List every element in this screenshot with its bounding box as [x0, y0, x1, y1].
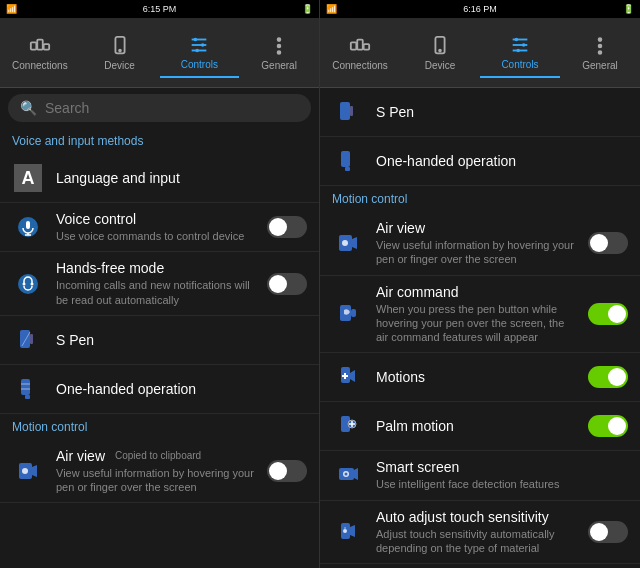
one-handed-item-left[interactable]: One-handed operation: [0, 365, 319, 414]
palm-motion-item[interactable]: Palm motion: [320, 402, 640, 451]
svg-rect-0: [31, 42, 36, 49]
svg-point-42: [599, 51, 602, 54]
one-handed-text-left: One-handed operation: [56, 381, 307, 397]
right-time: 6:16 PM: [463, 4, 497, 14]
palm-motion-title: Palm motion: [376, 418, 576, 434]
palm-motion-text: Palm motion: [376, 418, 576, 434]
svg-rect-21: [20, 330, 30, 348]
nav-controls-label-right: Controls: [501, 59, 538, 70]
air-view-icon-right: [332, 227, 364, 259]
motions-toggle[interactable]: [588, 366, 628, 388]
s-pen-item-left[interactable]: S Pen: [0, 316, 319, 365]
hands-free-subtitle: Incoming calls and new notifications wil…: [56, 278, 255, 307]
s-pen-item-right[interactable]: S Pen: [320, 88, 640, 137]
hands-free-title: Hands-free mode: [56, 260, 255, 276]
auto-adjust-title: Auto adjust touch sensitivity: [376, 509, 576, 525]
section-voice-input: Voice and input methods: [0, 128, 319, 154]
air-view-title-right: Air view: [376, 220, 576, 236]
voice-control-toggle[interactable]: [267, 216, 307, 238]
air-view-text-left: Air view Copied to clipboard View useful…: [56, 448, 255, 495]
svg-rect-23: [21, 379, 30, 395]
air-command-text: Air command When you press the pen butto…: [376, 284, 576, 345]
nav-device-left[interactable]: Device: [80, 29, 160, 77]
air-command-title: Air command: [376, 284, 576, 300]
palm-motion-toggle[interactable]: [588, 415, 628, 437]
motions-text: Motions: [376, 369, 576, 385]
air-command-item[interactable]: Air command When you press the pen butto…: [320, 276, 640, 354]
hands-free-toggle[interactable]: [267, 273, 307, 295]
section-motion-left: Motion control: [0, 414, 319, 440]
s-pen-text-right: S Pen: [376, 104, 628, 120]
smart-screen-icon: [332, 460, 364, 492]
nav-connections-label-right: Connections: [332, 60, 388, 71]
right-scroll-content: S Pen One-handed operation Motion contro…: [320, 88, 640, 568]
svg-point-28: [22, 468, 28, 474]
status-right-left: 🔋: [302, 4, 313, 14]
motions-title: Motions: [376, 369, 576, 385]
svg-rect-50: [351, 309, 356, 317]
right-notification-icons: 📶: [326, 4, 337, 14]
smart-screen-subtitle: Use intelligent face detection features: [376, 477, 628, 491]
nav-connections-right[interactable]: Connections: [320, 29, 400, 77]
svg-rect-43: [340, 102, 350, 120]
left-panel: 📶 6:15 PM 🔋 Connections Device: [0, 0, 320, 568]
nav-controls-right[interactable]: Controls: [480, 28, 560, 78]
svg-point-8: [194, 37, 198, 41]
section-motion-right: Motion control: [320, 186, 640, 212]
nav-general-right[interactable]: General: [560, 29, 640, 77]
air-view-icon-left: [12, 455, 44, 487]
search-bar[interactable]: 🔍: [8, 94, 311, 122]
svg-rect-1: [37, 39, 43, 49]
svg-rect-30: [357, 39, 363, 49]
s-pen-title-right: S Pen: [376, 104, 628, 120]
battery-icon-left: 🔋: [302, 4, 313, 14]
battery-icon-right: 🔋: [623, 4, 634, 14]
right-status-bar: 📶 6:16 PM 🔋: [320, 0, 640, 18]
one-handed-text-right: One-handed operation: [376, 153, 628, 169]
svg-point-13: [278, 51, 281, 54]
air-view-subtitle-right: View useful information by hovering your…: [376, 238, 576, 267]
smart-screen-item[interactable]: Smart screen Use intelligent face detect…: [320, 451, 640, 500]
hands-free-item[interactable]: Hands-free mode Incoming calls and new n…: [0, 252, 319, 316]
s-pen-icon-right: [332, 96, 364, 128]
language-text: Language and input: [56, 170, 307, 186]
nav-connections-left[interactable]: Connections: [0, 29, 80, 77]
svg-rect-22: [30, 334, 33, 344]
palm-motion-icon: [332, 410, 364, 442]
air-view-item-left[interactable]: Air view Copied to clipboard View useful…: [0, 440, 319, 504]
left-scroll-content: Voice and input methods A Language and i…: [0, 128, 319, 568]
voice-icon: [12, 211, 44, 243]
svg-point-11: [278, 38, 281, 41]
air-view-toggle-left[interactable]: [267, 460, 307, 482]
hands-free-icon: [12, 268, 44, 300]
nav-connections-label-left: Connections: [12, 60, 68, 71]
nav-device-label-left: Device: [104, 60, 135, 71]
air-view-subtitle-left: View useful information by hovering your…: [56, 466, 255, 495]
smart-screen-title: Smart screen: [376, 459, 628, 475]
svg-rect-44: [350, 106, 353, 116]
s-pen-icon-left: [12, 324, 44, 356]
svg-point-60: [345, 472, 348, 475]
hands-free-text: Hands-free mode Incoming calls and new n…: [56, 260, 255, 307]
left-nav-bar: Connections Device Controls: [0, 18, 319, 88]
language-input-item[interactable]: A Language and input: [0, 154, 319, 203]
one-handed-title-left: One-handed operation: [56, 381, 307, 397]
nav-general-left[interactable]: General: [239, 29, 319, 77]
auto-adjust-toggle[interactable]: [588, 521, 628, 543]
right-panel: 📶 6:16 PM 🔋 Connections Device: [320, 0, 640, 568]
auto-adjust-icon: [332, 516, 364, 548]
svg-rect-2: [44, 44, 49, 50]
nav-device-right[interactable]: Device: [400, 29, 480, 77]
one-handed-item-right[interactable]: One-handed operation: [320, 137, 640, 186]
nav-general-label-left: General: [261, 60, 297, 71]
air-view-item-right[interactable]: Air view View useful information by hove…: [320, 212, 640, 276]
auto-adjust-subtitle: Adjust touch sensitivity automatically d…: [376, 527, 576, 556]
air-view-toggle-right[interactable]: [588, 232, 628, 254]
air-command-toggle[interactable]: [588, 303, 628, 325]
voice-control-item[interactable]: Voice control Use voice commands to cont…: [0, 203, 319, 252]
svg-point-9: [201, 43, 205, 47]
nav-controls-left[interactable]: Controls: [160, 28, 240, 78]
auto-adjust-item[interactable]: Auto adjust touch sensitivity Adjust tou…: [320, 501, 640, 565]
motions-item[interactable]: Motions: [320, 353, 640, 402]
search-input[interactable]: [45, 100, 299, 116]
